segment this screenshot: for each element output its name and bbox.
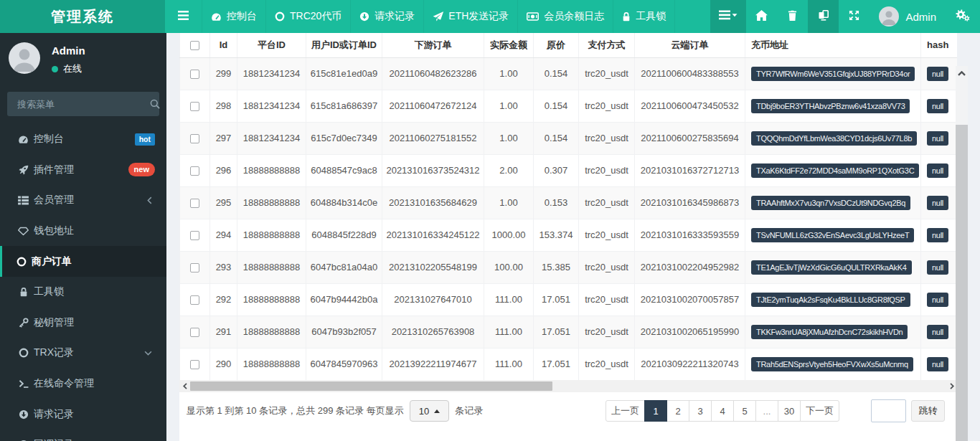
hash-badge[interactable]: null	[927, 228, 948, 242]
deposit-address-badge[interactable]: TSvNFUMLL6zG32vEnSAevc3LgUsLYHzeeT	[751, 228, 914, 242]
hash-badge[interactable]: null	[927, 131, 948, 146]
hash-badge[interactable]: null	[927, 99, 948, 113]
hash-badge[interactable]: null	[927, 357, 948, 371]
select-all-checkbox[interactable]	[190, 41, 199, 50]
cell-id: 293	[210, 251, 237, 283]
home-button[interactable]	[746, 0, 777, 33]
sidebar-menu-item[interactable]: 控制台 hot	[0, 124, 166, 155]
page-size-select[interactable]: 10	[410, 400, 449, 422]
cell-cloud-order: 2021031002065195990	[635, 316, 745, 348]
pagination-detail: 显示第 1 到第 10 条记录，总共 299 条记录 每页显示 10 条记录	[187, 400, 483, 422]
jump-page-input[interactable]	[871, 399, 906, 422]
scroll-up-arrow-icon[interactable]	[956, 67, 968, 79]
arrow-circle-down-icon	[18, 409, 29, 419]
cell-pay-method: trc20_usdt	[579, 57, 635, 90]
row-checkbox[interactable]	[190, 166, 199, 176]
row-checkbox[interactable]	[190, 70, 199, 79]
page-button[interactable]: 上一页	[606, 400, 645, 422]
sidebar-menu-item[interactable]: 商户订单	[0, 246, 166, 277]
deposit-address-badge[interactable]: TKKFw3nrUA8jXMuAfzhDcnC72skikhHVDn	[751, 325, 908, 339]
vertical-scrollbar-thumb[interactable]	[956, 125, 968, 441]
sidebar-toggle-button[interactable]	[165, 0, 202, 33]
hash-badge[interactable]: null	[927, 67, 948, 81]
sidebar-menu-item[interactable]: 钱包地址	[0, 216, 166, 247]
deposit-address-badge[interactable]: TXaK6KtdFF2e72MDD4saMM9oRP1QXotG3C	[751, 163, 919, 178]
top-menu-item-label: ETH发送记录	[448, 10, 509, 23]
row-checkbox[interactable]	[190, 231, 199, 240]
menu-dropdown-button[interactable]	[710, 0, 746, 33]
page-button[interactable]: 30	[778, 400, 801, 422]
column-header-pay-method: 支付方式	[579, 33, 635, 57]
row-checkbox[interactable]	[190, 102, 199, 111]
sidebar-menu-item[interactable]: 秘钥管理	[0, 308, 166, 338]
cell-actual-amount: 1.00	[484, 186, 534, 219]
deposit-address-badge[interactable]: TJtE2ymTuqAk2sFsqKu4BkLLUc8GR8fQSP	[751, 293, 910, 307]
table-row: 296 18888888888 60488547c9ac8 2021310163…	[180, 154, 958, 186]
clear-cache-button[interactable]	[808, 0, 839, 33]
top-menu-item[interactable]: 会员余额日志	[517, 0, 613, 33]
hash-badge[interactable]: null	[927, 163, 948, 178]
deposit-address-badge[interactable]: TQQQhmDdYfLbmWea38CYD1dcjs6Uv77L8b	[751, 131, 917, 146]
page-button[interactable]: 2	[666, 400, 689, 422]
sidebar-menu-item[interactable]: 请求记录	[0, 399, 166, 430]
row-checkbox[interactable]	[190, 295, 199, 305]
sidebar-menu-item[interactable]: 工具锁	[0, 277, 166, 308]
circle-o-icon	[275, 11, 285, 22]
top-menu-item[interactable]: ETH发送记录	[423, 0, 517, 33]
cell-actual-amount: 2.00	[484, 154, 534, 186]
search-icon[interactable]	[147, 99, 166, 109]
row-checkbox[interactable]	[190, 360, 199, 369]
avatar	[9, 42, 40, 74]
deposit-address-badge[interactable]: TRah5dENSprsVtyeh5HeoFVXwXs5uMcnmq	[751, 357, 913, 371]
page-button[interactable]: 下一页	[800, 400, 839, 422]
cell-actual-amount: 111.00	[484, 283, 534, 316]
jump-button[interactable]: 跳转	[911, 400, 945, 422]
navbar-right-cluster: Admin	[710, 0, 980, 33]
scroll-left-arrow-icon[interactable]	[179, 380, 190, 392]
content-box: Id 平台ID 用户ID或订单ID 下游订单 实际金额 原价 支付方式 云端订单…	[179, 33, 957, 441]
hash-badge[interactable]: null	[927, 260, 948, 275]
row-checkbox[interactable]	[190, 199, 199, 208]
deposit-address-badge[interactable]: TE1AgEJivTjWzXdGicG6uQULTRXRkaAkK4	[751, 260, 912, 275]
orders-table: Id 平台ID 用户ID或订单ID 下游订单 实际金额 原价 支付方式 云端订单…	[179, 33, 957, 380]
cell-downstream-order: 20211060482623286	[382, 57, 484, 90]
cell-original-price: 0.307	[534, 154, 579, 186]
page-button[interactable]: 3	[689, 400, 712, 422]
sidebar-menu-item[interactable]: 在线命令管理	[0, 369, 166, 399]
row-checkbox[interactable]	[190, 263, 199, 272]
page-button[interactable]: 4	[711, 400, 734, 422]
user-menu[interactable]: Admin	[870, 0, 946, 33]
page-button[interactable]: 1	[644, 400, 667, 422]
top-menu-item[interactable]: 控制台	[202, 0, 265, 33]
top-menu-item[interactable]: 请求记录	[350, 0, 423, 33]
page-button[interactable]: ...	[755, 400, 778, 422]
brand-logo[interactable]: 管理系统	[0, 0, 165, 33]
cell-pay-method: trc20_usdt	[579, 186, 635, 219]
table-row: 290 18888888888 6047845970963 2021392221…	[180, 348, 958, 380]
horizontal-scrollbar-thumb[interactable]	[190, 381, 552, 391]
sidebar-menu-item[interactable]: 插件管理 new	[0, 155, 166, 186]
hash-badge[interactable]: null	[927, 325, 948, 339]
page-button[interactable]: 5	[733, 400, 756, 422]
sidebar-menu-item[interactable]: 回调记录	[0, 430, 166, 441]
top-menu-item[interactable]: TRC20代币	[265, 0, 350, 33]
settings-button[interactable]	[946, 0, 980, 33]
top-menu-item[interactable]: 工具锁	[613, 0, 675, 33]
cell-platform-id: 18812341234	[237, 90, 306, 122]
deposit-address-badge[interactable]: TYR7WfRWm6WeV351GfqjxUJ88YPRrD34or	[751, 67, 915, 81]
sidebar-menu-item[interactable]: 会员管理	[0, 185, 166, 216]
sidebar-menu-item[interactable]: TRX记录	[0, 338, 166, 369]
cell-user-or-order-id: 6047b94442b0a	[306, 283, 382, 316]
trash-button[interactable]	[777, 0, 808, 33]
menu-search-input[interactable]	[7, 99, 147, 110]
row-checkbox[interactable]	[190, 134, 199, 143]
deposit-address-badge[interactable]: TDbj9boER3YTHAbvzPBznw6v41xza8VV73	[751, 99, 910, 113]
deposit-address-badge[interactable]: TRAAhftMxX7vu3qn7VxsDCzUt9NDGvq2Bq	[751, 196, 910, 210]
cell-original-price: 0.154	[534, 90, 579, 122]
hash-badge[interactable]: null	[927, 293, 948, 307]
cell-cloud-order: 2021031002204952982	[635, 251, 745, 283]
hash-badge[interactable]: null	[927, 196, 948, 210]
fullscreen-button[interactable]	[839, 0, 870, 33]
row-checkbox[interactable]	[190, 328, 199, 337]
table-row: 295 18888888888 604884b314c0e 2021310163…	[180, 186, 958, 219]
